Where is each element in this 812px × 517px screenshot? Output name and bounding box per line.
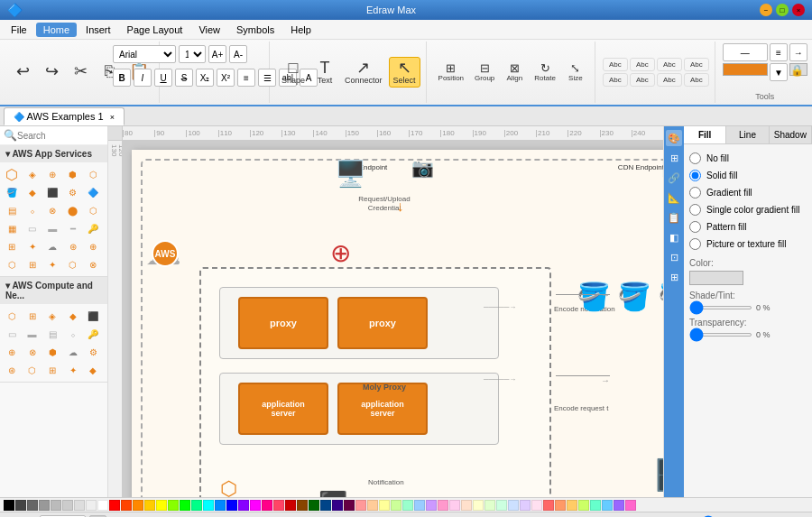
shape-item[interactable]: ⊞ [44,362,60,378]
tab-fill[interactable]: Fill [684,126,726,143]
color-cell[interactable] [262,500,272,511]
strikethrough-button[interactable]: S [175,69,193,87]
shape-item[interactable]: ⬦ [24,202,41,218]
shape-item[interactable]: ⬡ [4,256,20,272]
undo-button[interactable]: ↩ [9,60,36,82]
shape-item[interactable]: ⊞ [24,256,41,272]
align-button[interactable]: ⊠ Align [501,60,528,85]
shape-item[interactable]: ⬢ [65,166,81,182]
window-controls[interactable]: − □ × [760,4,805,16]
menu-help[interactable]: Help [283,23,318,37]
panel-icon-5[interactable]: 📋 [666,209,682,226]
superscript-button[interactable]: X² [217,69,235,87]
app-server-1[interactable]: application server [238,383,328,435]
color-cell[interactable] [203,500,214,511]
color-cell[interactable] [461,500,472,511]
maximize-button[interactable]: □ [776,4,789,16]
shape-item[interactable]: ▬ [44,220,60,236]
shape-item[interactable]: ✦ [24,238,41,254]
fontsize-select[interactable]: 10 [179,45,206,63]
shape-item[interactable]: ✦ [65,362,81,378]
shape-item[interactable]: 🔑 [85,220,101,236]
color-cell[interactable] [520,500,531,511]
menu-insert[interactable]: Insert [78,23,118,37]
shape-item[interactable]: ⬢ [44,344,60,360]
tab-aws-examples[interactable]: 🔷 AWS Examples 1 × [4,107,125,125]
shape-item[interactable]: ◆ [65,308,81,324]
color-cell[interactable] [121,500,132,511]
color-cell[interactable] [484,500,495,511]
shade-slider[interactable] [689,306,752,309]
color-cell[interactable] [602,500,613,511]
size-button[interactable]: ⤡ Size [562,60,589,85]
color-cell[interactable] [543,500,554,511]
color-cell[interactable] [438,500,448,511]
color-cell[interactable] [238,500,249,511]
shape-item[interactable]: ⊗ [44,202,60,218]
text-button[interactable]: T Text [311,57,338,88]
color-cell[interactable] [449,500,460,511]
shape-item[interactable]: ⚙ [85,344,101,360]
color-cell[interactable] [567,500,577,511]
option-picture-fill[interactable]: Picture or texture fill [689,235,807,253]
rotate-button[interactable]: ↻ Rotate [530,60,560,85]
shape-item[interactable]: ⊗ [85,256,101,272]
redo-button[interactable]: ↪ [38,60,65,82]
shape-item[interactable]: ◆ [24,184,41,200]
color-cell[interactable] [156,500,167,511]
shape-item[interactable]: ⊛ [4,362,20,378]
menu-file[interactable]: File [4,23,34,37]
option-single-color-gradient[interactable]: Single color gradient fill [689,201,807,218]
color-cell[interactable] [273,500,284,511]
shape-item[interactable]: ⬡ [24,362,41,378]
shape-item[interactable]: ⬡ [65,256,81,272]
shape-item[interactable]: ⬡ [85,166,101,182]
line-style-btn[interactable]: ― [723,43,768,61]
color-cell[interactable] [625,500,636,511]
panel-icon-3[interactable]: 🔗 [666,170,682,186]
tab-line[interactable]: Line [726,126,769,143]
position-button[interactable]: ⊞ Position [434,60,468,85]
shape-item[interactable]: 🔷 [85,184,101,200]
color-cell[interactable] [320,500,331,511]
shape-button[interactable]: □ Shape [277,57,309,88]
color-cell[interactable] [355,500,366,511]
menu-symbols[interactable]: Symbols [229,23,281,37]
color-cell[interactable] [402,500,413,511]
color-cell[interactable] [367,500,378,511]
shape-item[interactable]: 🪣 [4,184,20,200]
close-button[interactable]: × [792,4,805,16]
option-gradient-fill[interactable]: Gradient fill [689,184,807,201]
shape-item[interactable]: ⊛ [65,238,81,254]
color-cell[interactable] [15,500,26,511]
color-cell[interactable] [51,500,61,511]
bold-button[interactable]: B [113,69,131,87]
shape-item[interactable]: ⬡ [4,308,20,324]
menu-view[interactable]: View [191,23,227,37]
panel-icon-2[interactable]: ⊞ [666,150,682,166]
color-cell[interactable] [133,500,143,511]
shape-item[interactable]: ✦ [44,256,60,272]
color-cell[interactable] [109,500,120,511]
style-abc-3[interactable]: Abc [657,58,682,71]
style-abc-4[interactable]: Abc [684,58,709,71]
shape-item[interactable]: ▦ [4,220,20,236]
shape-item[interactable]: ⊞ [24,308,41,324]
option-no-fill[interactable]: No fill [689,150,807,167]
color-cell[interactable] [86,500,97,511]
color-cell[interactable] [473,500,484,511]
shape-item[interactable]: ▭ [4,326,20,342]
select-button[interactable]: ↖ Select [389,57,420,88]
shape-item[interactable]: ⬡ [4,166,20,182]
transparency-slider[interactable] [689,333,752,337]
option-solid-fill[interactable]: Solid fill [689,167,807,184]
color-cell[interactable] [74,500,85,511]
color-cell[interactable] [614,500,624,511]
shape-item[interactable]: ⚙ [65,184,81,200]
shape-item[interactable]: ⊕ [44,166,60,182]
menu-pagelayout[interactable]: Page Layout [120,23,190,37]
fill-color-btn[interactable]: ▼ [770,63,788,81]
shape-item[interactable]: ▬ [24,326,41,342]
lock-btn[interactable]: 🔒 [789,63,807,76]
tab-shadow[interactable]: Shadow [770,126,812,143]
